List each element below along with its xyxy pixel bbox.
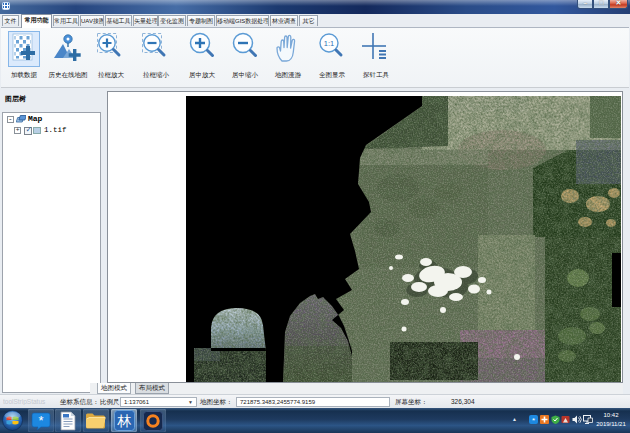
svg-text:*: *	[38, 413, 43, 428]
svg-text:1:1: 1:1	[324, 39, 334, 48]
svg-text:*: *	[532, 416, 535, 425]
svg-text:林: 林	[117, 413, 132, 429]
